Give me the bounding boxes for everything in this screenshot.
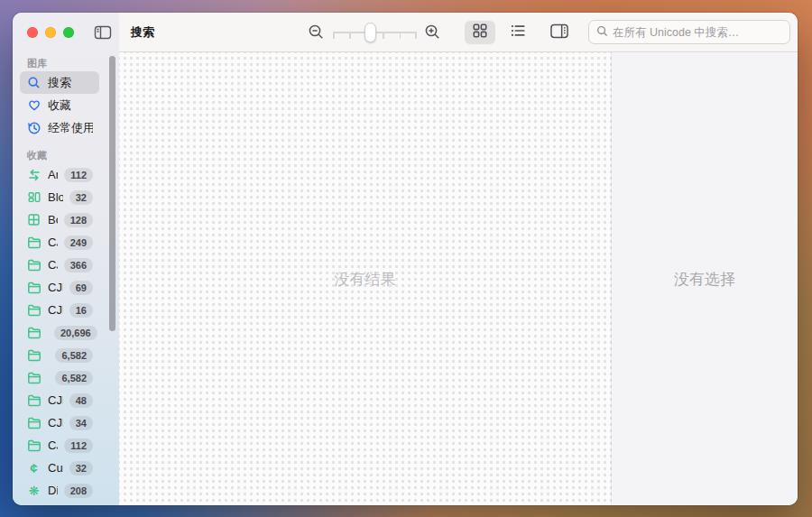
history-clock-icon: [26, 121, 42, 135]
sidebar-item[interactable]: 经常使用的: [20, 116, 99, 139]
sidebar-item-label: CJ…: [48, 439, 58, 452]
gallery-list: 搜索 收藏 经常使用的: [20, 71, 99, 139]
sidebar-section-collections: 收藏 Arr… 112 Blo…: [20, 148, 99, 505]
sidebar-section-gallery: 图库 搜索 收藏: [20, 56, 99, 139]
toggle-inspector-button[interactable]: [544, 21, 575, 44]
count-badge: 249: [64, 235, 93, 250]
slider-thumb[interactable]: [364, 23, 376, 42]
desktop-background: 图库 搜索 收藏: [0, 0, 812, 517]
sidebar-item[interactable]: Bo… 128: [20, 208, 99, 231]
sidebar-item[interactable]: CJ… 112: [20, 434, 99, 457]
sidebar-item-label: Blo…: [48, 190, 63, 204]
view-mode-buttons: [465, 21, 533, 44]
sidebar-item[interactable]: E… 3,719: [20, 502, 99, 505]
results-grid-area[interactable]: 没有结果: [119, 52, 612, 505]
traffic-lights: [27, 27, 74, 38]
grid-table-icon: [26, 213, 42, 227]
slider-tick: [349, 32, 351, 39]
folder-icon: [26, 258, 42, 272]
count-badge: 366: [64, 258, 93, 272]
sidebar-item[interactable]: CJK… 34: [20, 411, 99, 434]
zoom-window-button[interactable]: [63, 27, 74, 38]
count-badge: 32: [69, 190, 93, 205]
sidebar-item-label: CJK…: [48, 281, 63, 294]
folder-icon: [26, 235, 42, 250]
zoom-controls: [308, 22, 441, 43]
sidebar-item-label: Bo…: [48, 213, 58, 226]
sidebar-item-label: CJK…: [48, 393, 63, 407]
search-field[interactable]: [588, 20, 790, 44]
count-badge: 6,582: [55, 348, 93, 363]
sidebar-item[interactable]: … 20,696: [20, 321, 99, 344]
folder-icon: [26, 281, 42, 295]
blocks-icon: [26, 190, 42, 205]
sidebar-item-label: CJK…: [48, 416, 63, 429]
grid-view-button[interactable]: [465, 21, 495, 44]
grid-view-icon: [472, 23, 488, 42]
search-input[interactable]: [613, 26, 782, 39]
count-badge: 6,582: [55, 371, 93, 385]
swap-arrows-icon: [26, 168, 42, 182]
list-view-button[interactable]: [503, 21, 533, 44]
close-button[interactable]: [27, 27, 38, 38]
zoom-slider[interactable]: [333, 22, 416, 43]
sidebar: 图库 搜索 收藏: [13, 13, 119, 505]
search-icon: [596, 24, 608, 41]
no-selection-text: 没有选择: [674, 269, 735, 290]
toggle-sidebar-icon[interactable]: [94, 25, 112, 40]
sidebar-item[interactable]: CJK… 69: [20, 276, 99, 299]
heart-icon: [26, 98, 42, 113]
zoom-out-icon[interactable]: [308, 23, 325, 41]
slider-tick: [383, 32, 384, 39]
count-badge: 128: [64, 213, 93, 227]
slider-tick: [415, 32, 417, 39]
magnifier-icon: [26, 76, 42, 90]
count-badge: 32: [69, 461, 93, 475]
minimize-button[interactable]: [45, 27, 56, 38]
currency-cent-icon: ¢: [26, 461, 42, 475]
sidebar-item[interactable]: CJK… 16: [20, 299, 99, 321]
sidebar-item[interactable]: … 6,582: [20, 344, 99, 366]
sidebar-item[interactable]: CJ… 249: [20, 231, 99, 254]
folder-icon: [26, 348, 42, 363]
toolbar: 搜索: [119, 13, 798, 52]
sidebar-item[interactable]: Blo… 32: [20, 186, 99, 208]
folder-icon: [26, 416, 42, 430]
sidebar-item-label: Cur…: [48, 461, 63, 475]
zoom-in-icon[interactable]: [424, 23, 441, 41]
folder-icon: [26, 303, 42, 318]
sidebar-item-label: Di…: [48, 484, 58, 497]
dingbat-asterisk-icon: ❋: [26, 484, 42, 498]
sidebar-item[interactable]: CJ… 366: [20, 254, 99, 276]
sidebar-item-label: …: [48, 371, 49, 384]
sidebar-item[interactable]: Arr… 112: [20, 163, 99, 186]
folder-icon: [26, 371, 42, 385]
collections-list: Arr… 112 Blo… 32: [20, 163, 99, 505]
count-badge: 69: [69, 281, 93, 295]
sidebar-item-label: …: [48, 348, 49, 362]
count-badge: 16: [69, 303, 93, 318]
count-badge: 208: [64, 484, 93, 498]
count-badge: 48: [69, 393, 93, 408]
sidebar-item-label: CJ…: [48, 258, 58, 272]
folder-icon: [26, 326, 42, 340]
sidebar-item[interactable]: CJK… 48: [20, 389, 99, 411]
sidebar-item[interactable]: 收藏: [20, 94, 99, 116]
sidebar-item-label: 搜索: [48, 75, 71, 91]
count-badge: 34: [69, 416, 93, 430]
count-badge: 112: [64, 439, 93, 453]
inspector-panel: 没有选择: [612, 52, 798, 505]
app-window: 图库 搜索 收藏: [13, 13, 798, 505]
sidebar-titlebar: [13, 13, 119, 52]
sidebar-item[interactable]: ¢ Cur… 32: [20, 457, 99, 479]
sidebar-item[interactable]: ❋ Di… 208: [20, 479, 99, 502]
sidebar-item[interactable]: 搜索: [20, 71, 99, 94]
inspector-panel-icon: [549, 23, 569, 42]
main-column: 搜索: [119, 13, 798, 505]
sidebar-scrollbar-thumb[interactable]: [109, 56, 115, 331]
section-header-gallery: 图库: [20, 56, 99, 71]
sidebar-item[interactable]: … 6,582: [20, 366, 99, 389]
slider-tick: [333, 32, 335, 39]
sidebar-content: 图库 搜索 收藏: [13, 52, 119, 505]
count-badge: 20,696: [54, 326, 97, 340]
